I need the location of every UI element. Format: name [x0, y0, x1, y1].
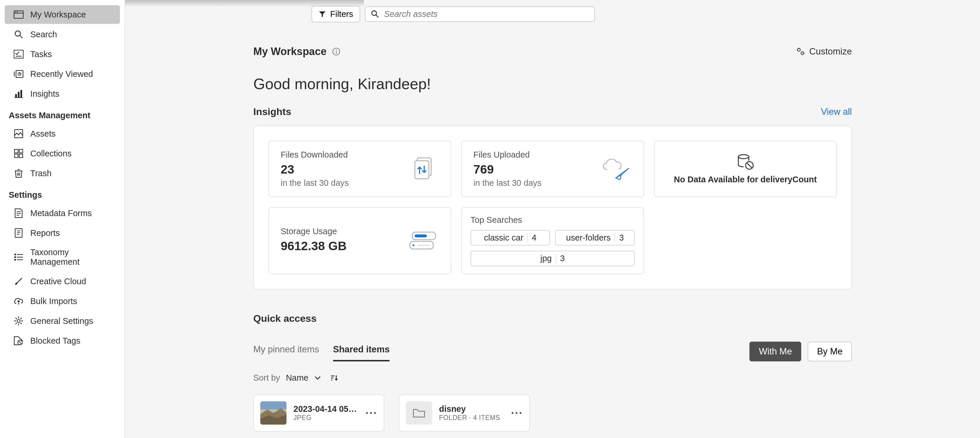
delivery-count-card: No Data Available for deliveryCount	[654, 141, 837, 197]
nav-reports[interactable]: Reports	[5, 224, 120, 242]
svg-point-36	[14, 259, 16, 261]
nav-label: Tasks	[30, 49, 52, 59]
tab-shared-items[interactable]: Shared items	[333, 344, 390, 362]
asset-meta: FOLDER · 4 ITEMS	[439, 414, 504, 422]
card-value: 23	[281, 162, 349, 177]
sort-value[interactable]: Name	[286, 373, 308, 383]
more-actions-icon[interactable]: ···	[511, 407, 523, 419]
chip-count: 3	[560, 254, 565, 263]
search-assets-field[interactable]	[365, 6, 595, 22]
cloud-upload-icon	[13, 296, 24, 306]
no-data-icon	[737, 154, 754, 170]
nav-label: Search	[30, 30, 57, 39]
collections-icon	[13, 148, 24, 159]
insights-view-all-link[interactable]: View all	[821, 107, 852, 117]
asset-name: 2023-04-14 05.1…	[293, 404, 358, 414]
svg-rect-6	[14, 50, 23, 58]
svg-line-5	[20, 35, 22, 38]
chevron-down-icon[interactable]	[314, 376, 321, 380]
nav-creative-cloud[interactable]: Creative Cloud	[5, 272, 120, 291]
svg-point-2	[15, 11, 16, 12]
nav-label: My Workspace	[30, 10, 86, 19]
top-searches-card: Top Searches classic car 4 user-folders …	[461, 207, 644, 274]
shared-filter-pills: With Me By Me	[749, 342, 852, 362]
topbar: Filters	[125, 0, 980, 28]
nav-taxonomy[interactable]: Taxonomy Management	[5, 244, 120, 271]
nav-label: Recently Viewed	[30, 69, 93, 79]
svg-point-52	[738, 154, 749, 159]
svg-point-58	[412, 244, 414, 246]
nav-metadata-forms[interactable]: Metadata Forms	[5, 204, 120, 223]
svg-rect-18	[14, 150, 18, 153]
nav-blocked-tags[interactable]: Blocked Tags	[5, 331, 120, 350]
sidebar: My Workspace Search Tasks Recently Viewe…	[0, 0, 125, 438]
svg-point-46	[336, 49, 337, 51]
filters-button[interactable]: Filters	[312, 6, 360, 22]
sort-prefix: Sort by	[253, 373, 280, 383]
files-uploaded-card: Files Uploaded 769 in the last 30 days	[461, 141, 644, 197]
quick-access-tabs: My pinned items Shared items	[253, 344, 390, 362]
section-header-assets: Assets Management	[0, 104, 125, 123]
workspace-icon	[13, 9, 24, 20]
nav-label: General Settings	[30, 316, 93, 326]
svg-rect-56	[415, 234, 427, 237]
nav-trash[interactable]: Trash	[5, 164, 120, 183]
nav-general-settings[interactable]: General Settings	[5, 312, 120, 330]
nav-assets[interactable]: Assets	[5, 124, 120, 143]
nav-label: Creative Cloud	[30, 277, 86, 286]
nav-label: Reports	[30, 228, 60, 238]
greeting-text: Good morning, Kirandeep!	[253, 75, 852, 92]
nav-collections[interactable]: Collections	[5, 144, 120, 163]
insights-panel: Files Downloaded 23 in the last 30 days …	[253, 126, 852, 290]
main-content: Filters My Workspace	[125, 0, 980, 438]
asset-meta: JPEG	[293, 414, 358, 422]
customize-icon	[796, 47, 805, 56]
card-value: 9612.38 GB	[281, 239, 347, 253]
svg-point-35	[14, 256, 16, 258]
svg-point-34	[14, 254, 16, 255]
nav-search[interactable]: Search	[5, 25, 120, 44]
sort-controls: Sort by Name	[253, 373, 852, 383]
svg-point-40	[17, 320, 20, 322]
files-downloaded-card: Files Downloaded 23 in the last 30 days	[269, 141, 451, 197]
svg-rect-19	[19, 150, 23, 153]
nav-my-workspace[interactable]: My Workspace	[5, 5, 120, 24]
search-input[interactable]	[384, 9, 589, 19]
customize-button[interactable]: Customize	[796, 46, 852, 57]
storage-drive-icon	[407, 225, 439, 257]
search-chip[interactable]: jpg 3	[471, 251, 635, 266]
filters-label: Filters	[330, 9, 353, 19]
nav-bulk-imports[interactable]: Bulk Imports	[5, 292, 120, 311]
more-actions-icon[interactable]: ···	[365, 407, 377, 419]
card-value: 769	[473, 162, 541, 177]
storage-usage-card: Storage Usage 9612.38 GB	[269, 207, 451, 274]
asset-card[interactable]: 2023-04-14 05.1… JPEG ···	[253, 394, 384, 432]
nav-insights[interactable]: Insights	[5, 84, 120, 103]
section-header-settings: Settings	[0, 184, 125, 203]
search-chip[interactable]: classic car 4	[471, 230, 550, 245]
nav-label: Insights	[30, 89, 59, 99]
reports-icon	[13, 228, 24, 238]
pill-with-me[interactable]: With Me	[749, 342, 801, 362]
tab-my-pinned-items[interactable]: My pinned items	[253, 344, 319, 362]
insights-title: Insights	[253, 106, 291, 117]
chip-count: 3	[619, 233, 624, 242]
nav-recently-viewed[interactable]: Recently Viewed	[5, 65, 120, 83]
nav-label: Blocked Tags	[30, 336, 80, 346]
sort-direction-icon[interactable]	[330, 374, 339, 382]
card-label: Storage Usage	[281, 226, 347, 236]
asset-card[interactable]: disney FOLDER · 4 ITEMS ···	[399, 394, 530, 432]
nav-tasks[interactable]: Tasks	[5, 45, 120, 64]
filter-icon	[318, 10, 326, 18]
svg-rect-16	[21, 90, 22, 97]
chip-term: classic car	[484, 233, 523, 242]
cloud-send-icon	[600, 153, 632, 185]
brush-icon	[13, 276, 24, 287]
info-icon[interactable]	[332, 48, 340, 56]
card-message: No Data Available for deliveryCount	[674, 175, 817, 184]
search-chip[interactable]: user-folders 3	[555, 230, 635, 245]
chip-count: 4	[532, 233, 536, 242]
pill-by-me[interactable]: By Me	[808, 342, 852, 362]
nav-label: Assets	[30, 129, 56, 139]
chip-term: user-folders	[566, 233, 611, 242]
